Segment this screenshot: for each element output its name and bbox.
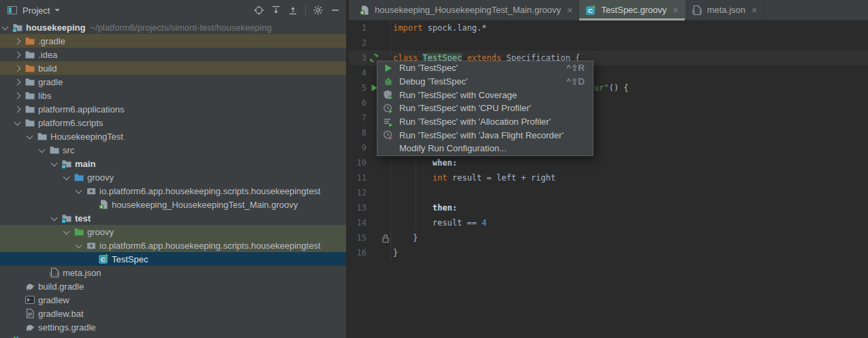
code-text: import spock.lang.* <box>391 23 486 33</box>
code-text: } <box>391 248 398 258</box>
menu-item-run-testspec-with-allocation-profiler[interactable]: Run 'TestSpec' with 'Allocation Profiler… <box>377 115 593 129</box>
tab-label: TestSpec.groovy <box>601 5 666 15</box>
code-line-15[interactable]: 15 } <box>349 230 868 245</box>
line-number[interactable]: 13 <box>349 203 367 213</box>
gutter[interactable]: 2 <box>349 35 391 50</box>
tree-row-build.gradle[interactable]: build.gradle <box>0 279 346 293</box>
line-number[interactable]: 5 <box>349 83 367 93</box>
chevron-expanded-icon[interactable] <box>51 215 58 221</box>
editor-tab-meta.json[interactable]: {..}meta.json× <box>685 0 764 20</box>
line-number[interactable]: 14 <box>349 218 367 228</box>
tree-row-main[interactable]: main <box>0 157 346 170</box>
chevron-expanded-icon[interactable] <box>39 147 46 153</box>
tree-row-housekeeping_HousekeepingTest_Main.groovy[interactable]: housekeeping_HousekeepingTest_Main.groov… <box>0 198 346 211</box>
hide-panel-button[interactable] <box>328 3 342 17</box>
menu-item-run-testspec-with-cpu-profiler[interactable]: Run 'TestSpec' with 'CPU Profiler' <box>377 102 593 115</box>
line-number[interactable]: 9 <box>349 143 367 153</box>
tree-row-meta.json[interactable]: {..}meta.json <box>0 266 346 279</box>
line-number[interactable]: 6 <box>349 98 367 108</box>
tree-row-TestSpec[interactable]: CTestSpec <box>0 252 346 266</box>
tree-row-io.platform6.app.housekeeping.scripts.housekeepingtest[interactable]: io.platform6.app.housekeeping.scripts.ho… <box>0 184 346 198</box>
tree-row-io.platform6.app.housekeeping.scripts.housekeepingtest[interactable]: io.platform6.app.housekeeping.scripts.ho… <box>0 239 346 252</box>
gutter[interactable]: 14 <box>349 215 391 230</box>
tree-row-groovy[interactable]: groovy <box>0 225 346 239</box>
tree-item-label: gradlew <box>38 295 69 305</box>
gutter[interactable]: 13 <box>349 200 391 215</box>
close-tab-icon[interactable]: × <box>567 5 572 15</box>
chevron-collapsed-icon[interactable] <box>14 106 21 113</box>
chevron-expanded-icon[interactable] <box>63 228 70 235</box>
caret-down-icon[interactable] <box>55 9 60 12</box>
tree-row-libs[interactable]: libs <box>0 89 346 102</box>
line-number[interactable]: 8 <box>349 128 367 138</box>
gutter[interactable]: 10 <box>349 155 391 170</box>
code-line-1[interactable]: 1import spock.lang.* <box>349 20 868 35</box>
tree-row-gradlew[interactable]: gradlew <box>0 293 346 307</box>
line-number[interactable]: 7 <box>349 113 367 123</box>
chevron-collapsed-icon[interactable] <box>14 93 21 99</box>
line-number[interactable]: 11 <box>349 173 367 183</box>
collapse-all-button[interactable] <box>286 3 300 17</box>
code-line-12[interactable]: 12 <box>349 185 868 200</box>
chevron-collapsed-icon[interactable] <box>14 38 21 45</box>
gutter[interactable]: 12 <box>349 185 391 200</box>
editor-tab-housekeeping_HousekeepingTest_Main.groovy[interactable]: housekeeping_HousekeepingTest_Main.groov… <box>353 0 579 20</box>
code-line-11[interactable]: 11 int result = left + right <box>349 170 868 185</box>
menu-item-run-testspec[interactable]: Run 'TestSpec'^⇧R <box>377 61 593 75</box>
tree-row-test[interactable]: test <box>0 211 346 225</box>
tree-row-partial[interactable] <box>0 334 346 338</box>
line-number[interactable]: 10 <box>349 158 367 168</box>
tree-row-gradlew.bat[interactable]: gradlew.bat <box>0 307 346 320</box>
tree-row-.gradle[interactable]: .gradle <box>0 34 346 48</box>
code-line-14[interactable]: 14 result == 4 <box>349 215 868 230</box>
run-context-menu: Run 'TestSpec'^⇧RDebug 'TestSpec'^⇧DRun … <box>377 61 593 156</box>
line-number[interactable]: 2 <box>349 38 367 48</box>
tree-row-gradle[interactable]: gradle <box>0 75 346 89</box>
chevron-collapsed-icon[interactable] <box>14 79 21 86</box>
code-line-2[interactable]: 2 <box>349 35 868 50</box>
line-number[interactable]: 16 <box>349 248 367 258</box>
tree-row-.idea[interactable]: .idea <box>0 48 346 61</box>
tree-row-src[interactable]: src <box>0 143 346 157</box>
panel-title[interactable]: Project <box>22 5 50 16</box>
package-icon <box>86 240 97 251</box>
code-line-10[interactable]: 10 when: <box>349 155 868 170</box>
tree-row-HousekeepingTest[interactable]: HousekeepingTest <box>0 129 346 143</box>
chevron-expanded-icon[interactable] <box>2 24 9 31</box>
chevron-collapsed-icon[interactable] <box>14 52 21 59</box>
line-number[interactable]: 12 <box>349 188 367 198</box>
tree-row-settings.gradle[interactable]: settings.gradle <box>0 320 346 334</box>
line-number[interactable]: 4 <box>349 68 367 78</box>
chevron-expanded-icon[interactable] <box>14 119 21 126</box>
locate-file-button[interactable] <box>252 3 266 17</box>
chevron-expanded-icon[interactable] <box>76 242 82 249</box>
expand-all-button[interactable] <box>269 3 283 17</box>
close-tab-icon[interactable]: × <box>751 5 757 15</box>
line-number[interactable]: 3 <box>349 53 367 63</box>
tree-row-platform6.scripts[interactable]: platform6.scripts <box>0 116 346 129</box>
chevron-collapsed-icon[interactable] <box>14 65 21 72</box>
menu-item-run-testspec-with-java-flight-recorder[interactable]: Run 'TestSpec' with 'Java Flight Recorde… <box>377 128 593 142</box>
menu-item-modify-run-configuration[interactable]: Modify Run Configuration... <box>377 142 593 155</box>
settings-button[interactable] <box>311 3 325 17</box>
tree-row-housekeeping[interactable]: housekeeping~/platform6/projects/simont-… <box>0 20 346 34</box>
menu-item-run-testspec-with-coverage[interactable]: Run 'TestSpec' with Coverage <box>377 88 593 102</box>
chevron-expanded-icon[interactable] <box>27 133 33 140</box>
tree-row-groovy[interactable]: groovy <box>0 170 346 184</box>
line-number[interactable]: 1 <box>349 23 367 33</box>
code-line-16[interactable]: 16} <box>349 245 868 260</box>
tree-row-build[interactable]: build <box>0 61 346 75</box>
gutter[interactable]: 15 <box>349 230 391 245</box>
chevron-expanded-icon[interactable] <box>76 187 82 194</box>
gutter[interactable]: 11 <box>349 170 391 185</box>
chevron-expanded-icon[interactable] <box>51 160 58 167</box>
chevron-expanded-icon[interactable] <box>63 174 70 181</box>
code-line-13[interactable]: 13 then: <box>349 200 868 215</box>
gutter[interactable]: 16 <box>349 245 391 260</box>
close-tab-icon[interactable]: × <box>672 5 678 15</box>
editor-tab-TestSpec.groovy[interactable]: CTestSpec.groovy× <box>579 0 685 20</box>
gutter[interactable]: 1 <box>349 20 391 35</box>
tree-row-platform6.applications[interactable]: platform6.applications <box>0 102 346 116</box>
menu-item-debug-testspec[interactable]: Debug 'TestSpec'^⇧D <box>377 75 593 89</box>
line-number[interactable]: 15 <box>349 233 367 243</box>
